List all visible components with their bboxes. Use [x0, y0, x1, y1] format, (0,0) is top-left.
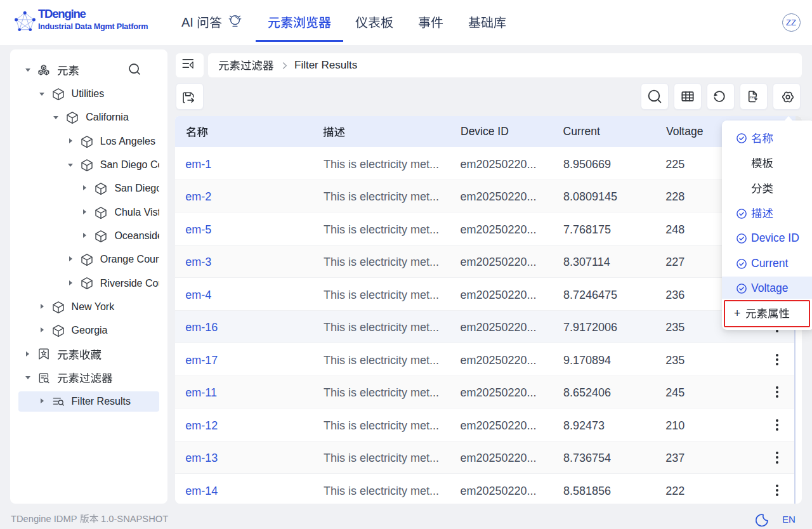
svg-text:csv: csv	[750, 95, 756, 98]
